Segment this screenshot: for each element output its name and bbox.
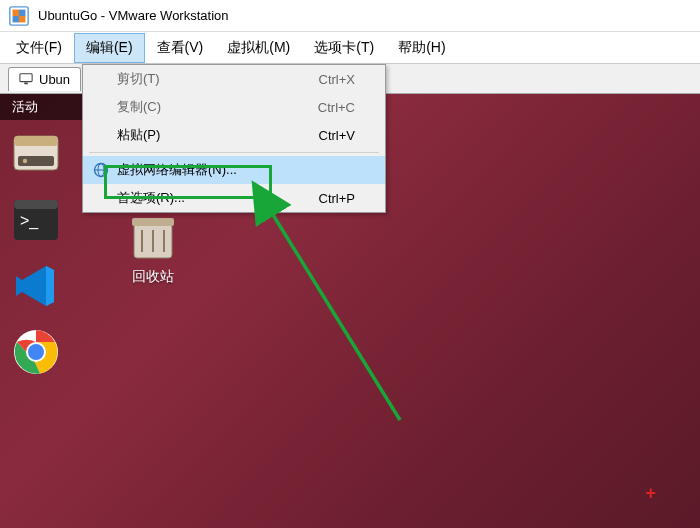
menu-bar: 文件(F) 编辑(E) 查看(V) 虚拟机(M) 选项卡(T) 帮助(H) — [0, 32, 700, 64]
menu-file[interactable]: 文件(F) — [4, 33, 74, 63]
menu-edit[interactable]: 编辑(E) — [74, 33, 145, 63]
tab-label: Ubun — [39, 72, 70, 87]
menu-tabs[interactable]: 选项卡(T) — [302, 33, 386, 63]
menu-cut[interactable]: 剪切(T) Ctrl+X — [83, 65, 385, 93]
menu-cut-label: 剪切(T) — [117, 70, 160, 88]
files-icon[interactable] — [10, 128, 62, 180]
ubuntu-activities[interactable]: 活动 — [12, 98, 38, 116]
menu-paste-shortcut: Ctrl+V — [319, 128, 355, 143]
menu-separator — [89, 152, 379, 153]
tab-ubuntugo[interactable]: Ubun — [8, 67, 81, 91]
svg-rect-2 — [19, 9, 25, 15]
monitor-icon — [19, 72, 33, 86]
svg-rect-12 — [14, 200, 58, 209]
menu-vm[interactable]: 虚拟机(M) — [215, 33, 302, 63]
annotation-plus-icon: + — [645, 483, 656, 504]
desktop-trash[interactable]: 回收站 — [124, 212, 182, 286]
svg-rect-18 — [132, 218, 174, 226]
menu-prefs-label: 首选项(R)... — [117, 189, 185, 207]
trash-label: 回收站 — [132, 268, 174, 286]
svg-point-16 — [28, 344, 44, 360]
trash-icon — [124, 212, 182, 262]
globe-icon — [93, 162, 109, 178]
menu-virtual-network-editor[interactable]: 虚拟网络编辑器(N)... — [83, 156, 385, 184]
menu-preferences[interactable]: 首选项(R)... Ctrl+P — [83, 184, 385, 212]
menu-paste-label: 粘贴(P) — [117, 126, 160, 144]
window-titlebar: UbuntuGo - VMware Workstation — [0, 0, 700, 32]
menu-view[interactable]: 查看(V) — [145, 33, 216, 63]
svg-rect-5 — [20, 74, 32, 82]
svg-rect-6 — [24, 83, 28, 85]
terminal-icon[interactable]: >_ — [10, 194, 62, 246]
menu-copy[interactable]: 复制(C) Ctrl+C — [83, 93, 385, 121]
svg-rect-8 — [14, 136, 58, 146]
ubuntu-dock: >_ — [6, 128, 66, 378]
menu-prefs-shortcut: Ctrl+P — [319, 191, 355, 206]
chrome-icon[interactable] — [10, 326, 62, 378]
menu-help[interactable]: 帮助(H) — [386, 33, 457, 63]
vscode-icon[interactable] — [10, 260, 62, 312]
svg-rect-4 — [19, 16, 25, 22]
edit-dropdown: 剪切(T) Ctrl+X 复制(C) Ctrl+C 粘贴(P) Ctrl+V 虚… — [82, 64, 386, 213]
svg-rect-3 — [13, 16, 19, 22]
window-title: UbuntuGo - VMware Workstation — [38, 8, 229, 23]
menu-vnet-label: 虚拟网络编辑器(N)... — [117, 161, 237, 179]
menu-cut-shortcut: Ctrl+X — [319, 72, 355, 87]
menu-copy-shortcut: Ctrl+C — [318, 100, 355, 115]
menu-copy-label: 复制(C) — [117, 98, 161, 116]
menu-paste[interactable]: 粘贴(P) Ctrl+V — [83, 121, 385, 149]
svg-text:>_: >_ — [20, 212, 39, 230]
svg-point-10 — [23, 159, 27, 163]
vmware-logo-icon — [8, 5, 30, 27]
svg-rect-1 — [13, 9, 19, 15]
